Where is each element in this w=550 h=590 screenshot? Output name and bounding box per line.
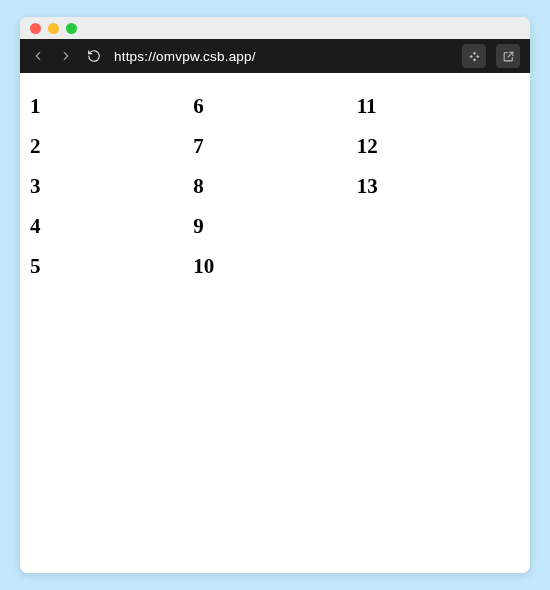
window-titlebar	[20, 17, 530, 39]
browser-toolbar: https://omvpw.csb.app/	[20, 39, 530, 73]
list-item: 3	[30, 167, 193, 207]
page-viewport: 1 2 3 4 5 6 7 8 9 10 11 12 13	[20, 73, 530, 573]
browser-window: https://omvpw.csb.app/ 1 2 3 4 5 6 7 8 9…	[20, 17, 530, 573]
extensions-button[interactable]	[462, 44, 486, 68]
list-item: 2	[30, 127, 193, 167]
open-external-button[interactable]	[496, 44, 520, 68]
list-item: 13	[357, 167, 520, 207]
window-close-button[interactable]	[30, 23, 41, 34]
window-minimize-button[interactable]	[48, 23, 59, 34]
number-list: 1 2 3 4 5 6 7 8 9 10 11 12 13	[30, 87, 520, 287]
list-item: 4	[30, 207, 193, 247]
list-item: 11	[357, 87, 520, 127]
list-item: 12	[357, 127, 520, 167]
list-item: 8	[193, 167, 356, 207]
back-icon[interactable]	[30, 48, 46, 64]
address-bar[interactable]: https://omvpw.csb.app/	[114, 49, 450, 64]
window-zoom-button[interactable]	[66, 23, 77, 34]
forward-icon[interactable]	[58, 48, 74, 64]
list-item: 1	[30, 87, 193, 127]
reload-icon[interactable]	[86, 48, 102, 64]
list-item: 5	[30, 247, 193, 287]
list-item: 9	[193, 207, 356, 247]
list-item: 6	[193, 87, 356, 127]
toolbar-right-group	[462, 44, 520, 68]
list-item: 10	[193, 247, 356, 287]
list-item: 7	[193, 127, 356, 167]
